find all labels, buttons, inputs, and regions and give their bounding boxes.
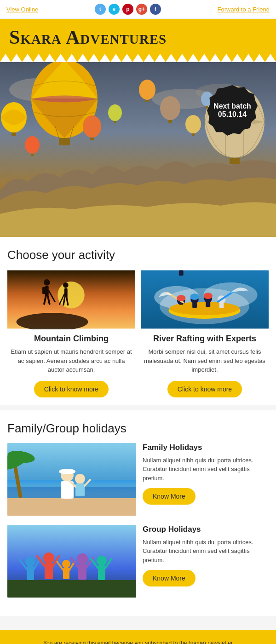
svg-rect-87 — [63, 568, 69, 579]
mountain-climbing-card: Mountain Climbing Etiam ut sapien ut mau… — [7, 270, 135, 397]
footer: You are receiving this email because you… — [0, 630, 276, 644]
brand-title: Skara Adventures — [9, 26, 267, 48]
svg-point-90 — [77, 553, 88, 564]
footer-text: You are receiving this email because you… — [7, 639, 269, 644]
family-image — [7, 443, 136, 516]
svg-point-72 — [75, 474, 85, 484]
svg-rect-95 — [98, 565, 105, 580]
mountain-climbing-cta[interactable]: Click to know more — [34, 381, 109, 397]
svg-rect-71 — [62, 469, 73, 473]
mountain-image — [7, 270, 135, 329]
hero-section: Next batch 05.10.14 — [0, 62, 276, 237]
svg-rect-51 — [192, 303, 197, 308]
svg-rect-79 — [27, 566, 34, 580]
family-holidays-title: Family Holidays — [143, 443, 269, 452]
svg-point-37 — [63, 282, 69, 288]
group-holidays-content: Group Holidays Nullam aliquet nibh quis … — [143, 525, 269, 587]
svg-rect-49 — [179, 270, 184, 276]
svg-point-18 — [108, 104, 122, 121]
svg-point-60 — [204, 293, 213, 299]
svg-point-86 — [62, 560, 70, 568]
svg-rect-73 — [75, 483, 85, 496]
mountain-climbing-desc: Etiam ut sapien ut mauris hendrerit semp… — [7, 347, 135, 374]
family-holidays-row: Family Holidays Nullam aliquet nibh quis… — [7, 443, 269, 516]
family-holidays-cta[interactable]: Know More — [143, 488, 196, 505]
view-online-link[interactable]: View Online — [6, 6, 38, 13]
svg-point-31 — [44, 279, 50, 286]
svg-point-59 — [190, 293, 199, 300]
rafting-image — [141, 270, 269, 329]
svg-rect-53 — [206, 302, 210, 307]
facebook-icon[interactable]: f — [150, 4, 161, 15]
svg-point-58 — [177, 295, 186, 301]
section-spacer-1 — [0, 405, 276, 410]
svg-point-26 — [25, 136, 40, 154]
family-holidays-content: Family Holidays Nullam aliquet nibh quis… — [143, 443, 269, 505]
svg-rect-55 — [219, 303, 224, 308]
svg-point-94 — [97, 556, 107, 566]
svg-rect-77 — [7, 580, 136, 598]
svg-rect-7 — [59, 138, 70, 145]
header: Skara Adventures — [0, 19, 276, 54]
group-holidays-desc: Nullam aliquet nibh quis dui porta ultri… — [143, 538, 269, 565]
svg-point-20 — [160, 96, 180, 120]
svg-point-12 — [139, 80, 155, 100]
activity-section: Choose your activity — [0, 237, 276, 405]
svg-rect-21 — [168, 120, 172, 123]
river-rafting-cta[interactable]: Click to know more — [167, 381, 242, 397]
badge-line2: 05.10.14 — [218, 110, 247, 119]
family-holidays-image — [7, 443, 136, 516]
svg-point-22 — [185, 115, 201, 133]
group-holidays-row: Group Holidays Nullam aliquet nibh quis … — [7, 525, 269, 598]
svg-rect-33 — [42, 287, 46, 294]
svg-rect-23 — [192, 133, 195, 136]
river-rafting-desc: Morbi semper nisl dui, sit amet cursus f… — [141, 347, 269, 374]
forward-to-friend-link[interactable]: Forward to a Friend — [218, 6, 270, 13]
social-icons: t v p g+ f — [95, 4, 161, 15]
svg-point-78 — [25, 557, 35, 567]
svg-rect-83 — [45, 563, 53, 579]
svg-rect-19 — [114, 121, 116, 123]
family-section: Family/Group holidays — [0, 410, 276, 616]
svg-rect-25 — [206, 106, 208, 109]
svg-rect-17 — [90, 138, 94, 140]
svg-rect-11 — [12, 132, 16, 136]
footer-line1: You are receiving this email because you… — [43, 640, 233, 644]
activity-section-title: Choose your activity — [7, 248, 269, 262]
badge-line1: Next batch — [213, 102, 251, 110]
svg-rect-64 — [7, 498, 136, 516]
svg-rect-27 — [31, 154, 34, 156]
gplus-icon[interactable]: g+ — [136, 4, 147, 15]
mountain-climbing-title: Mountain Climbing — [7, 334, 135, 344]
zigzag-divider — [0, 54, 276, 62]
svg-point-82 — [43, 552, 54, 564]
pinterest-icon[interactable]: p — [122, 4, 133, 15]
group-image — [7, 525, 136, 598]
section-spacer-2 — [0, 616, 276, 630]
river-rafting-card: River Rafting with Experts Morbi semper … — [141, 270, 269, 397]
family-section-title: Family/Group holidays — [7, 421, 269, 436]
vimeo-icon[interactable]: v — [109, 4, 120, 15]
svg-point-16 — [83, 115, 101, 138]
svg-rect-91 — [78, 564, 86, 580]
svg-rect-38 — [64, 288, 68, 298]
group-holidays-title: Group Holidays — [143, 525, 269, 534]
svg-point-29 — [58, 282, 85, 309]
svg-rect-15 — [230, 158, 240, 164]
group-holidays-cta[interactable]: Know More — [143, 570, 196, 586]
family-holidays-desc: Nullam aliquet nibh quis dui porta ultri… — [143, 456, 269, 483]
river-rafting-title: River Rafting with Experts — [141, 334, 269, 344]
svg-rect-13 — [145, 100, 149, 102]
top-bar: View Online t v p g+ f Forward to a Frie… — [0, 0, 276, 19]
twitter-icon[interactable]: t — [95, 4, 106, 15]
activity-grid: Mountain Climbing Etiam ut sapien ut mau… — [7, 270, 269, 397]
group-holidays-image — [7, 525, 136, 598]
